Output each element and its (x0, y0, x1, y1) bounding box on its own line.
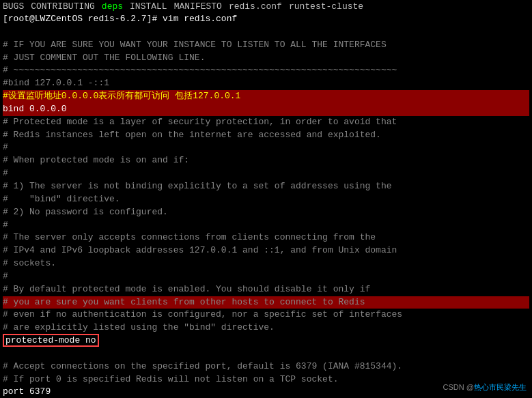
nav-install[interactable]: INSTALL (130, 1, 167, 12)
line-16: # (3, 219, 529, 232)
line-11: # When protected mode is on and if: (3, 154, 529, 167)
prompt-line: [root@LWZCentOS redis-6.2.7]# vim redis.… (3, 13, 529, 26)
line-21: # By default protected mode is enabled. … (3, 283, 529, 296)
line-26 (3, 347, 529, 360)
line-protected-mode: protected-mode no (3, 335, 529, 347)
line-2: # IF YOU ARE SURE YOU WANT YOUR INSTANCE… (3, 39, 529, 52)
nav-runtest[interactable]: runtest-cluste (289, 1, 363, 12)
line-24: # are explicitly listed using the "bind"… (3, 322, 529, 335)
line-17: # The server only accepts connections fr… (3, 231, 529, 244)
content-area: [root@LWZCentOS redis-6.2.7]# vim redis.… (0, 13, 532, 398)
line-9: # Redis instances left open on the inter… (3, 129, 529, 142)
line-13: # 1) The server is not binding explicitl… (3, 180, 529, 193)
watermark: CSDN @热心市民梁先生 (443, 382, 527, 393)
watermark-brand: 热心市民梁先生 (474, 383, 527, 391)
line-8: # Protected mode is a layer of security … (3, 116, 529, 129)
line-23: # even if no authentication is configure… (3, 309, 529, 322)
watermark-prefix: CSDN @ (443, 383, 474, 391)
line-18: # IPv4 and IPv6 loopback addresses 127.0… (3, 244, 529, 257)
line-20: # (3, 270, 529, 283)
line-10: # (3, 141, 529, 154)
line-19: # sockets. (3, 257, 529, 270)
nav-redisconf[interactable]: redis.conf (229, 1, 282, 12)
nav-bugs[interactable]: BUGS (3, 1, 24, 12)
line-12: # (3, 167, 529, 180)
line-14: # "bind" directive. (3, 193, 529, 206)
line-highlighted: #设置监听地址0.0.0.0表示所有都可访问 包括127.0.0.1 (3, 90, 529, 103)
line-5: #bind 127.0.0.1 -::1 (3, 77, 529, 90)
top-nav: BUGS CONTRIBUTING deps INSTALL MANIFESTO… (0, 0, 532, 13)
nav-contributing[interactable]: CONTRIBUTING (31, 1, 95, 12)
line-3: # JUST COMMENT OUT THE FOLLOWING LINE. (3, 52, 529, 65)
line-27: # Accept connections on the specified po… (3, 360, 529, 373)
nav-deps[interactable]: deps (102, 1, 123, 12)
line-1 (3, 26, 529, 39)
line-4: # ~~~~~~~~~~~~~~~~~~~~~~~~~~~~~~~~~~~~~~… (3, 64, 529, 77)
line-bind: bind 0.0.0.0 (3, 103, 529, 116)
terminal: BUGS CONTRIBUTING deps INSTALL MANIFESTO… (0, 0, 532, 398)
line-15: # 2) No password is configured. (3, 206, 529, 219)
nav-manifesto[interactable]: MANIFESTO (174, 1, 222, 12)
line-22-highlighted: # you are sure you want clients from oth… (3, 296, 529, 309)
